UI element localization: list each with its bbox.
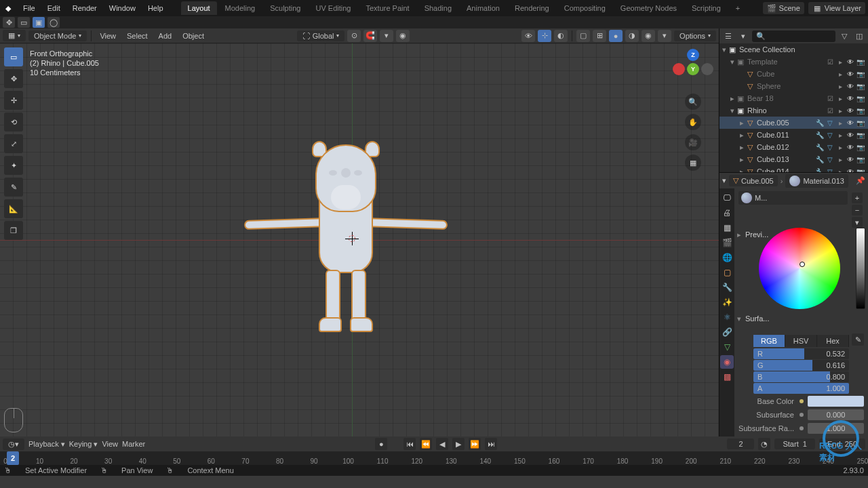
color-picker-wheel[interactable]: ▸ Previ... ▾ Surfa... bbox=[738, 228, 864, 329]
remove-material-slot[interactable]: − bbox=[852, 205, 863, 216]
tab-hsv[interactable]: HSV bbox=[785, 335, 817, 347]
nav-gizmo[interactable]: Z Y bbox=[673, 49, 713, 89]
props-object-link[interactable]: ▽Cube.005 bbox=[729, 175, 778, 186]
menu-edit[interactable]: Edit bbox=[42, 1, 66, 15]
tab-output[interactable]: 🖨 bbox=[720, 206, 734, 220]
snap-dropdown[interactable]: ▾ bbox=[380, 30, 393, 42]
shading-rendered[interactable]: ◉ bbox=[642, 30, 655, 42]
props-editor-type[interactable]: ▾ bbox=[722, 176, 726, 185]
tl-menu-playback[interactable]: Playback ▾ bbox=[28, 440, 65, 449]
select-tweak-icon[interactable]: ▣ bbox=[33, 17, 45, 28]
outliner-row[interactable]: ▾▣Template☑▸👁📷 bbox=[719, 56, 868, 68]
tool-annotate[interactable]: ✎ bbox=[4, 178, 23, 197]
panel-preview-disclosure[interactable]: ▸ bbox=[737, 230, 741, 239]
shading-solid[interactable]: ● bbox=[609, 30, 623, 42]
jump-next-key[interactable]: ⏩ bbox=[469, 438, 481, 450]
outliner-tree[interactable]: ▾▣Scene Collection▾▣Template☑▸👁📷 ▽Cube▸👁… bbox=[719, 43, 868, 172]
workspace-tab-rendering[interactable]: Rendering bbox=[508, 1, 556, 15]
autokey-toggle[interactable]: ● bbox=[375, 438, 387, 450]
vp-menu-view[interactable]: View bbox=[96, 30, 120, 41]
tl-menu-keying[interactable]: Keying ▾ bbox=[69, 440, 98, 449]
shading-dropdown[interactable]: ▾ bbox=[658, 30, 671, 42]
material-slot[interactable]: M... bbox=[738, 191, 848, 205]
outliner-editor-type[interactable]: ☰ bbox=[722, 30, 734, 42]
panel-surface-label[interactable]: Surfa... bbox=[743, 314, 769, 323]
timeline-playhead[interactable]: 2 bbox=[7, 451, 19, 465]
menu-file[interactable]: File bbox=[18, 1, 41, 15]
current-frame-field[interactable]: 2 bbox=[727, 439, 754, 449]
slider-g[interactable]: G0.616 bbox=[753, 360, 849, 371]
outliner-search[interactable]: 🔍 bbox=[752, 30, 835, 42]
xray-toggle[interactable]: ▢ bbox=[576, 30, 590, 42]
tool-move[interactable]: ✢ bbox=[4, 91, 23, 110]
add-material-slot[interactable]: + bbox=[852, 192, 863, 203]
vp-menu-select[interactable]: Select bbox=[123, 30, 152, 41]
workspace-tab-uv[interactable]: UV Editing bbox=[309, 1, 357, 15]
jump-prev-key[interactable]: ⏪ bbox=[420, 438, 432, 450]
pan-button-icon[interactable]: ✋ bbox=[685, 114, 701, 130]
preview-range-toggle[interactable]: ◔ bbox=[758, 438, 770, 450]
camera-view-button[interactable]: 🎥 bbox=[685, 134, 701, 150]
play-reverse[interactable]: ◀ bbox=[436, 438, 448, 450]
jump-end[interactable]: ⏭ bbox=[485, 438, 497, 450]
workspace-tab-compositing[interactable]: Compositing bbox=[557, 1, 612, 15]
tab-material[interactable]: ◉ bbox=[720, 355, 734, 369]
jump-start[interactable]: ⏮ bbox=[403, 438, 416, 450]
tl-menu-marker[interactable]: Marker bbox=[122, 440, 145, 448]
3d-viewport[interactable]: ▭ ✥ ✢ ⟲ ⤢ ✦ ✎ 📐 ❐ Front Orthographic (2)… bbox=[0, 43, 719, 436]
workspace-tab-shading[interactable]: Shading bbox=[418, 1, 458, 15]
mode-dropdown[interactable]: Object Mode ▾ bbox=[28, 30, 87, 41]
pivot-dropdown[interactable]: ⊙ bbox=[347, 30, 361, 42]
timeline-track[interactable]: 2 01020304050607080901001101201301401501… bbox=[0, 451, 868, 465]
editor-type-dropdown[interactable]: ▦▾ bbox=[3, 30, 26, 41]
prop-row[interactable]: Base Color bbox=[738, 395, 864, 407]
outliner-display-mode[interactable]: ▾ bbox=[737, 30, 749, 42]
outliner-row[interactable]: ▸▽Cube.012🔧▽▸👁📷 bbox=[719, 141, 868, 153]
nav-axis-y[interactable]: Y bbox=[687, 63, 699, 75]
tool-add-cube[interactable]: ❐ bbox=[4, 221, 23, 240]
shading-matprev[interactable]: ◑ bbox=[625, 30, 639, 42]
outliner-row[interactable]: ▸▽Cube.005🔧▽▸👁📷 bbox=[719, 117, 868, 129]
tab-texture[interactable]: ▩ bbox=[720, 370, 734, 384]
panel-surface-disclosure[interactable]: ▾ bbox=[737, 314, 741, 323]
outliner-row-scene-collection[interactable]: ▾▣Scene Collection bbox=[719, 43, 868, 56]
viewlayer-selector[interactable]: ▦View Layer bbox=[808, 2, 865, 14]
workspace-tab-add[interactable]: + bbox=[729, 1, 747, 15]
outliner-new-collection[interactable]: ◫ bbox=[853, 30, 865, 42]
rhino-character-mesh[interactable] bbox=[237, 138, 454, 354]
eyedropper-button[interactable]: ✎ bbox=[852, 333, 864, 346]
slider-a[interactable]: A1.000 bbox=[753, 383, 849, 394]
select-lasso-icon[interactable]: ◯ bbox=[47, 17, 60, 28]
end-frame-field[interactable]: End 250 bbox=[819, 439, 865, 449]
workspace-tab-modeling[interactable]: Modeling bbox=[218, 1, 262, 15]
workspace-tab-layout[interactable]: Layout bbox=[181, 1, 217, 15]
blender-logo-icon[interactable]: ◆ bbox=[3, 3, 14, 14]
start-frame-field[interactable]: Start 1 bbox=[774, 439, 814, 449]
select-box-icon[interactable]: ▭ bbox=[18, 17, 30, 28]
prop-row[interactable]: Subsurface Ra...1.000 bbox=[738, 422, 864, 434]
panel-preview-label[interactable]: Previ... bbox=[743, 230, 768, 239]
tab-viewlayer[interactable]: ▦ bbox=[720, 221, 734, 235]
proportional-edit[interactable]: ◉ bbox=[396, 30, 410, 42]
shading-wireframe[interactable]: ⊞ bbox=[593, 30, 606, 42]
zoom-button[interactable]: 🔍 bbox=[685, 94, 701, 110]
prop-row[interactable]: Subsurface0.000 bbox=[738, 409, 864, 421]
material-slot-menu[interactable]: ▾ bbox=[852, 217, 863, 228]
overlay-toggle[interactable]: ◐ bbox=[554, 30, 568, 42]
workspace-tab-scripting[interactable]: Scripting bbox=[685, 1, 728, 15]
workspace-tab-animation[interactable]: Animation bbox=[460, 1, 507, 15]
outliner-row[interactable]: ▸▽Cube.011🔧▽▸👁📷 bbox=[719, 129, 868, 141]
slider-r[interactable]: R0.532 bbox=[753, 348, 849, 359]
color-picker-cursor[interactable] bbox=[800, 262, 805, 267]
tab-constraints[interactable]: 🔗 bbox=[720, 325, 734, 339]
outliner-row[interactable]: ▸▽Cube.013🔧▽▸👁📷 bbox=[719, 153, 868, 165]
slider-b[interactable]: B0.800 bbox=[753, 371, 849, 382]
tab-particles[interactable]: ✨ bbox=[720, 296, 734, 309]
tab-mesh-data[interactable]: ▽ bbox=[720, 340, 734, 354]
timeline-editor-type[interactable]: ◷▾ bbox=[3, 439, 24, 450]
outliner-row[interactable]: ▽Sphere▸👁📷 bbox=[719, 80, 868, 92]
nav-axis-z[interactable]: Z bbox=[687, 49, 699, 61]
outliner-row[interactable]: ▸▣Bear 18☑▸👁📷 bbox=[719, 92, 868, 104]
persp-ortho-button[interactable]: ▦ bbox=[685, 155, 701, 171]
vp-menu-add[interactable]: Add bbox=[155, 30, 176, 41]
